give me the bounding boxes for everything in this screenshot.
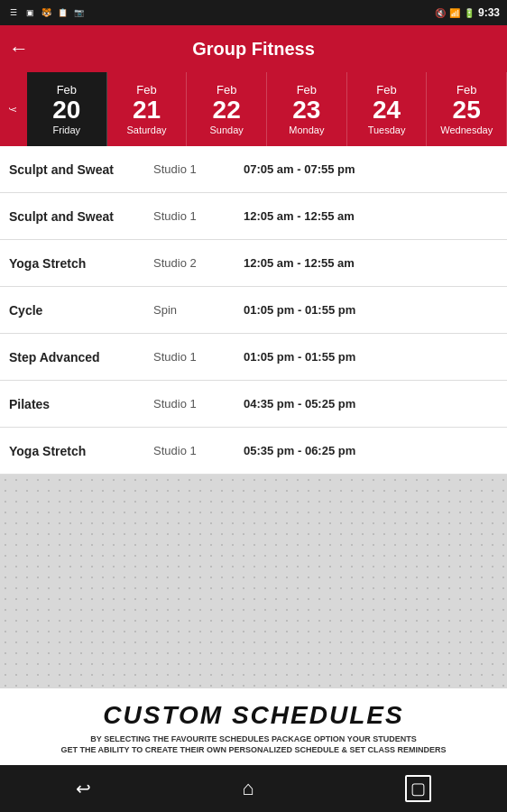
- cal-month-20: Feb: [57, 83, 77, 97]
- location-4: Spin: [153, 303, 244, 317]
- status-bar: ☰ ▣ 🐯 📋 📷 🔇 📶 🔋 9:33: [0, 0, 507, 25]
- cal-month-24: Feb: [376, 83, 396, 97]
- nav-bar: ↩ ⌂ ▢: [0, 765, 507, 812]
- class-name-3: Yoga Stretch: [9, 256, 153, 271]
- cal-date-22: 22: [213, 97, 241, 125]
- schedule-row-2[interactable]: Sculpt and Sweat Studio 1 12:05 am - 12:…: [0, 193, 507, 240]
- empty-area: [0, 475, 507, 688]
- location-2: Studio 1: [153, 209, 244, 223]
- menu-icon: ☰: [7, 6, 20, 19]
- calendar-day-24[interactable]: Feb 24 Tuesday: [347, 72, 428, 146]
- app-header: ← Group Fitness: [0, 25, 507, 72]
- wifi-icon: 📶: [449, 8, 460, 18]
- time-6: 04:35 pm - 05:25 pm: [244, 397, 498, 411]
- battery-icon: 🔋: [464, 8, 475, 18]
- schedule-row-4[interactable]: Cycle Spin 01:05 pm - 01:55 pm: [0, 287, 507, 334]
- cal-month-21: Feb: [136, 83, 156, 97]
- cal-date-21: 21: [133, 97, 161, 125]
- nav-home-button[interactable]: ⌂: [242, 777, 254, 800]
- app-icon-1: 🐯: [40, 6, 52, 19]
- location-7: Studio 1: [153, 444, 244, 457]
- location-6: Studio 1: [153, 397, 244, 411]
- time-3: 12:05 am - 12:55 am: [244, 256, 498, 270]
- notification-icon: ▣: [23, 6, 36, 19]
- back-button[interactable]: ←: [9, 37, 29, 60]
- time-4: 01:05 pm - 01:55 pm: [244, 303, 498, 317]
- nav-recent-button[interactable]: ▢: [405, 775, 431, 802]
- status-right: 🔇 📶 🔋 9:33: [435, 6, 500, 19]
- schedule-row-3[interactable]: Yoga Stretch Studio 2 12:05 am - 12:55 a…: [0, 240, 507, 287]
- schedule-table: Sculpt and Sweat Studio 1 07:05 am - 07:…: [0, 146, 507, 475]
- cal-dayname-20: Friday: [53, 125, 81, 135]
- class-name-4: Cycle: [9, 303, 153, 318]
- calendar-day-partial[interactable]: y: [0, 72, 27, 146]
- class-name-5: Step Advanced: [9, 350, 153, 364]
- class-name-2: Sculpt and Sweat: [9, 209, 153, 224]
- location-5: Studio 1: [153, 350, 244, 364]
- cal-dayname-24: Tuesday: [368, 125, 406, 135]
- app-icon-2: 📋: [56, 6, 69, 19]
- location-3: Studio 2: [153, 256, 244, 270]
- time-display: 9:33: [478, 6, 500, 19]
- schedule-row-5[interactable]: Step Advanced Studio 1 01:05 pm - 01:55 …: [0, 334, 507, 381]
- schedule-row-6[interactable]: Pilates Studio 1 04:35 pm - 05:25 pm: [0, 381, 507, 428]
- time-5: 01:05 pm - 01:55 pm: [244, 350, 498, 364]
- location-1: Studio 1: [153, 162, 244, 176]
- cal-dayname-23: Monday: [289, 125, 324, 135]
- time-2: 12:05 am - 12:55 am: [244, 209, 498, 223]
- cal-date-25: 25: [453, 97, 481, 125]
- calendar-day-21[interactable]: Feb 21 Saturday: [107, 72, 188, 146]
- cal-dayname-22: Sunday: [210, 125, 244, 135]
- app-icon-3: 📷: [72, 6, 85, 19]
- class-name-6: Pilates: [9, 397, 153, 411]
- calendar-day-25[interactable]: Feb 25 Wednesday: [427, 72, 507, 146]
- status-left: ☰ ▣ 🐯 📋 📷: [7, 6, 85, 19]
- cal-dayname-21: Saturday: [126, 125, 166, 135]
- custom-subtitle: BY SELECTING THE FAVOURITE SCHEDULES PAC…: [9, 734, 498, 756]
- partial-label: y: [9, 107, 19, 112]
- class-name-7: Yoga Stretch: [9, 444, 153, 458]
- calendar-day-20[interactable]: Feb 20 Friday: [27, 72, 107, 146]
- custom-banner: CUSTOM SCHEDULES BY SELECTING THE FAVOUR…: [0, 688, 507, 765]
- cal-month-22: Feb: [217, 83, 236, 97]
- cal-date-23: 23: [292, 97, 320, 125]
- time-7: 05:35 pm - 06:25 pm: [244, 444, 498, 457]
- custom-title: CUSTOM SCHEDULES: [9, 701, 498, 730]
- cal-date-20: 20: [52, 97, 80, 125]
- schedule-row-7[interactable]: Yoga Stretch Studio 1 05:35 pm - 06:25 p…: [0, 428, 507, 475]
- calendar-strip: y Feb 20 Friday Feb 21 Saturday Feb 22 S…: [0, 72, 507, 146]
- calendar-day-22[interactable]: Feb 22 Sunday: [187, 72, 267, 146]
- cal-dayname-25: Wednesday: [440, 125, 493, 135]
- cal-date-24: 24: [373, 97, 401, 125]
- time-1: 07:05 am - 07:55 pm: [244, 162, 498, 176]
- nav-back-button[interactable]: ↩: [76, 778, 91, 799]
- mute-icon: 🔇: [435, 8, 446, 18]
- schedule-row-1[interactable]: Sculpt and Sweat Studio 1 07:05 am - 07:…: [0, 146, 507, 193]
- cal-month-23: Feb: [297, 83, 317, 97]
- cal-month-25: Feb: [456, 83, 476, 97]
- calendar-day-23[interactable]: Feb 23 Monday: [267, 72, 347, 146]
- class-name-1: Sculpt and Sweat: [9, 162, 153, 177]
- header-title: Group Fitness: [192, 39, 315, 60]
